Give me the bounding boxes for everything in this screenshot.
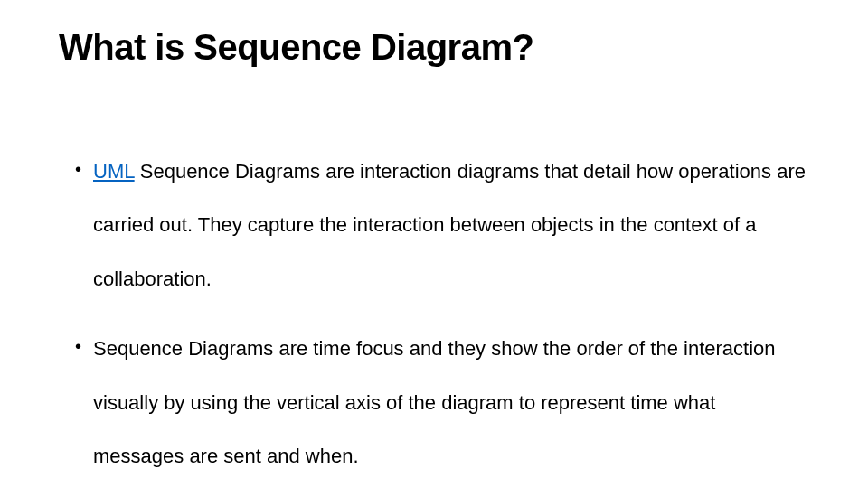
bullet-item-1: UML Sequence Diagrams are interaction di… xyxy=(75,145,809,305)
bullet-list: UML Sequence Diagrams are interaction di… xyxy=(59,145,809,483)
uml-link[interactable]: UML xyxy=(93,160,135,183)
bullet-text-2: Sequence Diagrams are time focus and the… xyxy=(93,337,776,467)
bullet-item-2: Sequence Diagrams are time focus and the… xyxy=(75,322,809,483)
slide-title: What is Sequence Diagram? xyxy=(59,27,809,68)
bullet-text-1: Sequence Diagrams are interaction diagra… xyxy=(93,160,806,290)
